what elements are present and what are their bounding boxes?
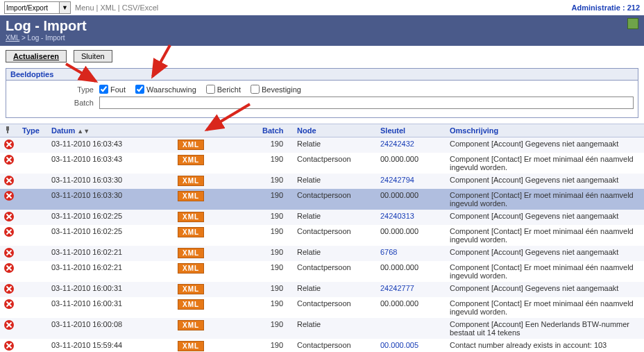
type-label: Type	[9, 85, 99, 94]
table-row[interactable]: 03-11-2010 16:03:30XML190Relatie24242794…	[0, 174, 644, 189]
cell-key: 00.000.000	[376, 261, 446, 282]
checkbox-bevestiging-input[interactable]	[251, 85, 260, 94]
cell-datum: 03-11-2010 16:00:31	[47, 297, 173, 318]
table-row[interactable]: 03-11-2010 16:02:21XML190Relatie6768Comp…	[0, 246, 644, 261]
xml-badge[interactable]: XML	[178, 227, 204, 237]
module-select-dropdown-icon[interactable]: ▼	[60, 1, 71, 14]
checkbox-bericht-input[interactable]	[206, 85, 215, 94]
batch-input[interactable]	[99, 97, 634, 109]
header-text: Log - Import XML > Log - Import	[6, 18, 87, 42]
page-title: Log - Import	[6, 18, 87, 34]
cell-batch: 190	[258, 318, 293, 339]
xml-badge[interactable]: XML	[178, 284, 204, 294]
error-icon	[4, 299, 14, 309]
col-xml[interactable]	[173, 124, 258, 137]
xml-badge[interactable]: XML	[178, 341, 204, 351]
checkbox-fout-input[interactable]	[99, 85, 108, 94]
error-icon	[4, 140, 14, 149]
col-pin[interactable]	[0, 124, 18, 137]
checkbox-waarschuwing-input[interactable]	[135, 85, 144, 94]
cell-batch: 190	[258, 282, 293, 297]
xml-badge[interactable]: XML	[178, 191, 204, 201]
sort-asc-icon: ▲	[77, 128, 83, 135]
export-icon[interactable]	[627, 18, 638, 29]
table-row[interactable]: 03-11-2010 16:02:21XML190Contactpersoon0…	[0, 261, 644, 282]
table-row[interactable]: 03-11-2010 16:00:31XML190Relatie24242777…	[0, 282, 644, 297]
xml-badge[interactable]: XML	[178, 263, 204, 274]
checkbox-fout[interactable]: Fout	[99, 85, 126, 94]
cell-datum: 03-11-2010 16:03:43	[47, 137, 173, 153]
table-row[interactable]: 03-11-2010 16:00:08XML190RelatieComponen…	[0, 318, 644, 339]
cell-datum: 03-11-2010 16:03:43	[47, 153, 173, 174]
xml-badge[interactable]: XML	[178, 212, 204, 222]
xml-link[interactable]: XML	[101, 3, 116, 12]
cell-batch: 190	[258, 339, 293, 352]
cell-description: Component [Account] Gegevens niet aangem…	[446, 210, 644, 225]
close-button[interactable]: Sluiten	[74, 50, 112, 62]
menu-link[interactable]: Menu	[75, 3, 94, 12]
topbar-links: Menu | XML | CSV/Excel	[75, 3, 158, 12]
cell-batch: 190	[258, 225, 293, 246]
error-icon	[4, 320, 14, 330]
table-row[interactable]: 03-11-2010 16:00:31XML190Contactpersoon0…	[0, 297, 644, 318]
key-text: 00.000.000	[380, 155, 418, 163]
cell-key: 00.000.000	[376, 189, 446, 210]
xml-badge[interactable]: XML	[178, 176, 204, 186]
table-row[interactable]: 03-11-2010 16:03:43XML190Relatie24242432…	[0, 137, 644, 153]
key-link[interactable]: 24242432	[380, 140, 414, 148]
key-link[interactable]: 24240313	[380, 212, 414, 220]
col-node[interactable]: Node	[293, 124, 376, 137]
cell-node: Relatie	[293, 210, 376, 225]
topbar-left: ▼ Menu | XML | CSV/Excel	[4, 1, 158, 14]
cell-description: Component [Contact] Er moet minimaal één…	[446, 261, 644, 282]
table-row[interactable]: 03-11-2010 16:02:25XML190Relatie24240313…	[0, 210, 644, 225]
xml-badge[interactable]: XML	[178, 140, 204, 150]
batch-label: Batch	[9, 99, 99, 107]
xml-badge[interactable]: XML	[178, 299, 204, 310]
refresh-button[interactable]: Actualiseren	[6, 50, 67, 62]
table-row[interactable]: 03-11-2010 16:03:43XML190Contactpersoon0…	[0, 153, 644, 174]
key-link[interactable]: 6768	[380, 248, 397, 256]
cell-node: Relatie	[293, 282, 376, 297]
col-omschrijving[interactable]: Omschrijving	[446, 124, 644, 137]
module-select[interactable]: ▼	[4, 1, 71, 14]
cell-batch: 190	[258, 137, 293, 153]
key-link[interactable]: 00.000.005	[380, 341, 418, 349]
cell-description: Component [Account] Gegevens niet aangem…	[446, 137, 644, 153]
cell-node: Relatie	[293, 246, 376, 261]
cell-key	[376, 318, 446, 339]
cell-description: Component [Account] Gegevens niet aangem…	[446, 246, 644, 261]
cell-key: 6768	[376, 246, 446, 261]
filter-legend: Beeldopties	[6, 69, 638, 81]
breadcrumb-current: Log - Import	[28, 34, 65, 42]
xml-badge[interactable]: XML	[178, 248, 204, 258]
table-row[interactable]: 03-11-2010 15:59:44XML190Contactpersoon0…	[0, 339, 644, 352]
table-body: 03-11-2010 16:03:43XML190Relatie24242432…	[0, 137, 644, 353]
checkbox-waarschuwing[interactable]: Waarschuwing	[135, 85, 196, 94]
xml-badge[interactable]: XML	[178, 155, 204, 165]
col-datum[interactable]: Datum ▲▼	[47, 124, 173, 137]
cell-description: Contact number already exists in account…	[446, 339, 644, 352]
cell-datum: 03-11-2010 16:02:25	[47, 210, 173, 225]
checkbox-bevestiging[interactable]: Bevestiging	[251, 85, 301, 94]
col-batch[interactable]: Batch	[258, 124, 293, 137]
checkbox-bericht[interactable]: Bericht	[206, 85, 241, 94]
col-sleutel[interactable]: Sleutel	[376, 124, 446, 137]
cell-batch: 190	[258, 246, 293, 261]
cell-batch: 190	[258, 210, 293, 225]
cell-batch: 190	[258, 153, 293, 174]
table-row[interactable]: 03-11-2010 16:03:30XML190Contactpersoon0…	[0, 189, 644, 210]
module-select-input[interactable]	[4, 1, 60, 14]
cell-description: Component [Contact] Er moet minimaal één…	[446, 225, 644, 246]
table-row[interactable]: 03-11-2010 16:02:25XML190Contactpersoon0…	[0, 225, 644, 246]
key-link[interactable]: 24242794	[380, 176, 414, 184]
key-link[interactable]: 24242777	[380, 284, 414, 292]
breadcrumb-root[interactable]: XML	[6, 34, 19, 42]
cell-key: 00.000.000	[376, 153, 446, 174]
xml-badge[interactable]: XML	[178, 320, 204, 330]
cell-node: Relatie	[293, 137, 376, 153]
error-icon	[4, 263, 14, 273]
cell-batch: 190	[258, 297, 293, 318]
csv-link[interactable]: CSV/Excel	[122, 3, 159, 12]
col-type[interactable]: Type	[18, 124, 47, 137]
